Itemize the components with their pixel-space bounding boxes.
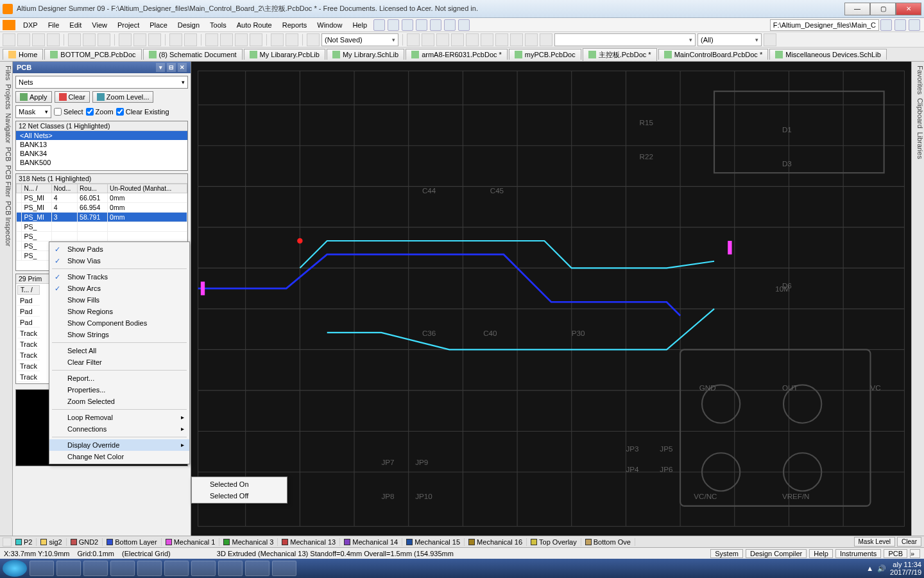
tab-doc[interactable]: Miscellaneous Devices.SchLib bbox=[769, 49, 887, 60]
maximize-button[interactable]: ▢ bbox=[870, 3, 896, 15]
layer-prev-icon[interactable] bbox=[3, 538, 12, 547]
taskbar-app[interactable] bbox=[164, 561, 189, 576]
pcb-editor[interactable]: R15R22 C44C45 D1D3 D610M C36C40P30 JP7JP… bbox=[191, 62, 911, 536]
ctx-report[interactable]: Report... bbox=[49, 372, 189, 384]
copy-icon[interactable] bbox=[133, 33, 146, 46]
toolbar-icon-button[interactable] bbox=[373, 19, 385, 31]
tool-icon[interactable] bbox=[525, 33, 538, 46]
ctx-show-vias[interactable]: Show Vias bbox=[49, 255, 189, 267]
left-collapsed-panels[interactable]: Files Projects Navigator PCB PCB Filter … bbox=[0, 62, 13, 536]
taskbar-app[interactable] bbox=[191, 561, 216, 576]
tool-icon[interactable] bbox=[407, 33, 420, 46]
ctx-show-regions[interactable]: Show Regions bbox=[49, 306, 189, 317]
apply-button[interactable]: Apply bbox=[15, 91, 52, 103]
list-item[interactable]: BANK500 bbox=[16, 158, 187, 167]
nav-back-icon[interactable] bbox=[880, 19, 892, 31]
list-item[interactable]: BANK13 bbox=[16, 140, 187, 149]
ctx-loop-removal[interactable]: Loop Removal bbox=[49, 412, 189, 423]
cross-probe-icon[interactable] bbox=[250, 33, 262, 46]
ctx-show-tracks[interactable]: Show Tracks bbox=[49, 271, 189, 283]
redo-icon[interactable] bbox=[184, 33, 197, 46]
move-icon[interactable] bbox=[220, 33, 233, 46]
clock[interactable]: aly 11:34 2017/7/19 bbox=[890, 561, 921, 576]
tab-doc[interactable]: armA8-ER6031.PcbDoc * bbox=[406, 49, 508, 60]
submenu-selected-on[interactable]: Selected On bbox=[192, 478, 287, 490]
toolbar-icon-button[interactable] bbox=[416, 19, 427, 31]
tool-icon[interactable] bbox=[495, 33, 508, 46]
layer-tab[interactable]: Top Overlay bbox=[527, 538, 581, 546]
tool-icon[interactable] bbox=[466, 33, 479, 46]
toolbar-icon-button[interactable] bbox=[430, 19, 441, 31]
menu-edit[interactable]: Edit bbox=[64, 20, 87, 30]
menu-place[interactable]: Place bbox=[144, 20, 173, 30]
menu-project[interactable]: Project bbox=[112, 20, 144, 30]
clear-existing-checkbox[interactable]: Clear Existing bbox=[116, 105, 169, 118]
dxp-icon[interactable] bbox=[3, 20, 15, 30]
panel-btn-compiler[interactable]: Design Compiler bbox=[746, 549, 807, 558]
menu-window[interactable]: Window bbox=[312, 20, 347, 30]
mask-level-button[interactable]: Mask Level bbox=[854, 537, 896, 547]
panel-btn-help[interactable]: Help bbox=[809, 549, 833, 558]
taskbar-app[interactable] bbox=[272, 561, 296, 576]
taskbar-app[interactable] bbox=[56, 561, 81, 576]
tool-icon[interactable] bbox=[271, 33, 284, 46]
ctx-show-arcs[interactable]: Show Arcs bbox=[49, 283, 189, 294]
panel-more-icon[interactable]: » bbox=[910, 549, 920, 558]
tab-home[interactable]: Home bbox=[3, 49, 43, 60]
tool-icon[interactable] bbox=[307, 33, 320, 46]
taskbar-app[interactable] bbox=[83, 561, 108, 576]
menu-file[interactable]: File bbox=[43, 20, 65, 30]
ctx-show-bodies[interactable]: Show Component Bodies bbox=[49, 317, 189, 329]
system-tray[interactable]: ▲ 🔊 aly 11:34 2017/7/19 bbox=[866, 561, 921, 576]
tab-doc[interactable]: BOTTOM_PCB.PcbDoc bbox=[44, 49, 141, 60]
clear-button[interactable]: Clear bbox=[55, 91, 90, 103]
layer-tab[interactable]: Mechanical 15 bbox=[402, 538, 465, 546]
tool-icon[interactable] bbox=[764, 33, 776, 46]
ctx-show-fills[interactable]: Show Fills bbox=[49, 294, 189, 306]
tool-icon[interactable] bbox=[481, 33, 493, 46]
menu-view[interactable]: View bbox=[87, 20, 112, 30]
layer-tab[interactable]: Bottom Ove bbox=[581, 538, 635, 546]
start-button[interactable] bbox=[3, 560, 27, 577]
panel-pin-icon[interactable]: ⊟ bbox=[167, 63, 176, 72]
ctx-zoom-selected[interactable]: Zoom Selected bbox=[49, 396, 189, 407]
tab-doc[interactable]: myPCB.PcbDoc bbox=[509, 49, 581, 60]
ctx-change-net-color[interactable]: Change Net Color bbox=[49, 451, 189, 462]
layer-tab[interactable]: Mechanical 16 bbox=[465, 538, 527, 546]
panel-btn-pcb[interactable]: PCB bbox=[884, 549, 907, 558]
ctx-connections[interactable]: Connections bbox=[49, 423, 189, 435]
pcb-mode-combo[interactable]: Nets bbox=[15, 76, 188, 89]
clear-mask-button[interactable]: Clear bbox=[897, 537, 921, 547]
layer-tab[interactable]: Mechanical 14 bbox=[340, 538, 402, 546]
tab-doc[interactable]: My Libarary.PcbLib bbox=[244, 49, 325, 60]
filter-combo[interactable] bbox=[554, 33, 696, 46]
zoom-level-button[interactable]: Zoom Level... bbox=[92, 91, 154, 103]
nav-fwd-icon[interactable] bbox=[894, 19, 906, 31]
nav-home-icon[interactable] bbox=[909, 19, 920, 31]
list-item[interactable]: <All Nets> bbox=[16, 131, 187, 140]
layer-tab[interactable]: Mechanical 1 bbox=[162, 538, 220, 546]
tab-doc[interactable]: MainControlBoard.PcbDoc * bbox=[658, 49, 769, 60]
ctx-show-pads[interactable]: Show Pads bbox=[49, 243, 189, 255]
toolbar-icon-button[interactable] bbox=[402, 19, 413, 31]
tool-icon[interactable] bbox=[540, 33, 552, 46]
save-icon[interactable] bbox=[32, 33, 45, 46]
menu-reports[interactable]: Reports bbox=[277, 20, 312, 30]
right-collapsed-panels[interactable]: Favorites Clipboard Libraries bbox=[911, 62, 924, 536]
align-icon[interactable] bbox=[235, 33, 248, 46]
netclass-list[interactable]: 12 Net Classes (1 Highlighted) <All Nets… bbox=[15, 121, 188, 171]
menu-autoroute[interactable]: Auto Route bbox=[232, 20, 277, 30]
taskbar-app[interactable] bbox=[218, 561, 243, 576]
filter-scope-combo[interactable]: (All) bbox=[697, 33, 762, 46]
tab-doc[interactable]: My Library.SchLib bbox=[327, 49, 404, 60]
tool-icon[interactable] bbox=[286, 33, 298, 46]
layer-tab[interactable]: Mechanical 13 bbox=[278, 538, 340, 546]
zoom-area-icon[interactable] bbox=[83, 33, 96, 46]
layer-tab[interactable]: GND2 bbox=[67, 538, 103, 546]
list-item[interactable]: BANK34 bbox=[16, 149, 187, 158]
layer-tab[interactable]: Mechanical 3 bbox=[219, 538, 278, 546]
zoom-checkbox[interactable]: Zoom bbox=[86, 105, 114, 118]
minimize-button[interactable]: — bbox=[844, 3, 870, 15]
tab-doc[interactable]: (8) Schematic Document bbox=[143, 49, 243, 60]
cut-icon[interactable] bbox=[119, 33, 132, 46]
